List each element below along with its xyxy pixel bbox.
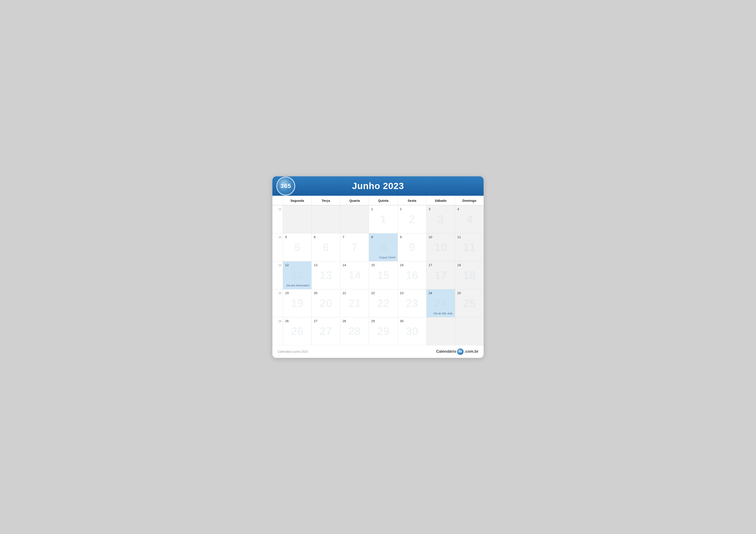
day-cell-w4-d3[interactable]: 2929: [369, 317, 397, 345]
watermark-digit: 24: [434, 297, 447, 310]
day-cell-w1-d3[interactable]: 88Corpus Christi: [369, 233, 397, 261]
footer-brand: Calendário: [436, 349, 456, 354]
calendar-grid: 22112233442355667788Corpus Christi991010…: [272, 205, 484, 345]
watermark-digit: 19: [291, 297, 304, 310]
watermark-digit: 23: [406, 297, 418, 310]
watermark-digit: 25: [463, 297, 475, 310]
day-event-label: Corpus Christi: [379, 256, 395, 260]
day-cell-w1-d4[interactable]: 99: [398, 233, 426, 261]
day-number: 6: [314, 235, 315, 239]
day-cell-w0-d0[interactable]: [283, 205, 311, 233]
calendar-footer: Calendário junho 2023 Calendário 365 .co…: [272, 345, 484, 358]
day-header-quarta: Quarta: [340, 196, 369, 205]
day-number: 4: [457, 207, 459, 211]
day-number: 16: [400, 263, 404, 267]
watermark-digit: 10: [434, 241, 447, 254]
watermark-digit: 21: [348, 297, 361, 310]
day-number: 17: [429, 263, 432, 267]
day-cell-w2-d2[interactable]: 1414: [340, 261, 369, 289]
day-cell-w1-d1[interactable]: 66: [311, 233, 340, 261]
day-cell-w3-d4[interactable]: 2323: [398, 289, 426, 317]
day-cell-w3-d1[interactable]: 2020: [311, 289, 340, 317]
day-number: 10: [429, 235, 432, 239]
footer-left-label: Calendário junho 2023: [278, 350, 308, 353]
day-number: 22: [371, 291, 375, 295]
calendar-header: 365 Junho 2023: [272, 176, 484, 196]
day-cell-w0-d2[interactable]: [340, 205, 369, 233]
watermark-digit: 28: [348, 325, 361, 338]
watermark-digit: 26: [291, 325, 304, 338]
day-event-label: Dia dos Namorados: [286, 284, 309, 288]
day-cell-w4-d5[interactable]: [426, 317, 455, 345]
day-cell-w2-d6[interactable]: 1818: [455, 261, 484, 289]
logo-circle: 365: [276, 177, 295, 195]
day-header-segunda: Segunda: [283, 196, 311, 205]
day-number: 12: [285, 263, 289, 267]
day-number: 3: [429, 207, 430, 211]
day-cell-w2-d4[interactable]: 1616: [398, 261, 426, 289]
week-number-4: 26: [272, 317, 283, 345]
week-number-3: 25: [272, 289, 283, 317]
day-cell-w4-d0[interactable]: 2626: [283, 317, 311, 345]
header-title: Junho 2023: [295, 181, 461, 191]
watermark-digit: 18: [463, 269, 475, 282]
day-cell-w4-d4[interactable]: 3030: [398, 317, 426, 345]
day-cell-w1-d2[interactable]: 77: [340, 233, 369, 261]
footer-badge: 365: [457, 348, 464, 355]
day-number: 28: [342, 319, 346, 323]
watermark-digit: 16: [406, 269, 418, 282]
day-number: 29: [371, 319, 375, 323]
footer-right: Calendário 365 .com.br: [436, 348, 478, 355]
week-col-spacer: [272, 196, 283, 205]
day-headers: Segunda Terça Quarta Quinta Sexta Sábado…: [272, 196, 484, 205]
day-cell-w1-d0[interactable]: 55: [283, 233, 311, 261]
day-cell-w4-d6[interactable]: [455, 317, 484, 345]
day-cell-w4-d1[interactable]: 2727: [311, 317, 340, 345]
watermark-digit: 5: [294, 241, 300, 254]
day-cell-w2-d3[interactable]: 1515: [369, 261, 397, 289]
day-number: 27: [314, 319, 317, 323]
day-cell-w0-d3[interactable]: 11: [369, 205, 397, 233]
day-cell-w0-d4[interactable]: 22: [398, 205, 426, 233]
day-number: 15: [371, 263, 375, 267]
watermark-digit: 3: [438, 213, 444, 226]
day-cell-w3-d2[interactable]: 2121: [340, 289, 369, 317]
watermark-digit: 15: [377, 269, 390, 282]
day-cell-w0-d6[interactable]: 44: [455, 205, 484, 233]
day-number: 7: [342, 235, 344, 239]
watermark-digit: 13: [320, 269, 332, 282]
day-number: 21: [342, 291, 346, 295]
day-number: 8: [371, 235, 373, 239]
day-cell-w3-d5[interactable]: 2424Dia de São João: [426, 289, 455, 317]
day-header-domingo: Domingo: [455, 196, 484, 205]
day-cell-w1-d6[interactable]: 1111: [455, 233, 484, 261]
day-cell-w1-d5[interactable]: 1010: [426, 233, 455, 261]
day-number: 1: [371, 207, 373, 211]
day-number: 2: [400, 207, 402, 211]
day-number: 11: [457, 235, 461, 239]
day-header-quinta: Quinta: [369, 196, 397, 205]
day-number: 23: [400, 291, 404, 295]
day-number: 9: [400, 235, 402, 239]
day-cell-w2-d5[interactable]: 1717: [426, 261, 455, 289]
day-number: 30: [400, 319, 404, 323]
day-number: 25: [457, 291, 461, 295]
day-number: 26: [285, 319, 289, 323]
day-cell-w4-d2[interactable]: 2828: [340, 317, 369, 345]
week-number-0: 22: [272, 205, 283, 233]
day-header-sexta: Sexta: [398, 196, 426, 205]
watermark-digit: 17: [434, 269, 447, 282]
day-header-terca: Terça: [311, 196, 340, 205]
day-cell-w3-d0[interactable]: 1919: [283, 289, 311, 317]
watermark-digit: 8: [380, 241, 387, 254]
day-cell-w3-d6[interactable]: 2525: [455, 289, 484, 317]
day-cell-w0-d5[interactable]: 33: [426, 205, 455, 233]
day-cell-w0-d1[interactable]: [311, 205, 340, 233]
day-cell-w2-d1[interactable]: 1313: [311, 261, 340, 289]
watermark-digit: 4: [466, 213, 472, 226]
watermark-digit: 12: [291, 269, 304, 282]
day-number: 24: [429, 291, 432, 295]
day-cell-w2-d0[interactable]: 1212Dia dos Namorados: [283, 261, 311, 289]
day-cell-w3-d3[interactable]: 2222: [369, 289, 397, 317]
watermark-digit: 27: [320, 325, 332, 338]
